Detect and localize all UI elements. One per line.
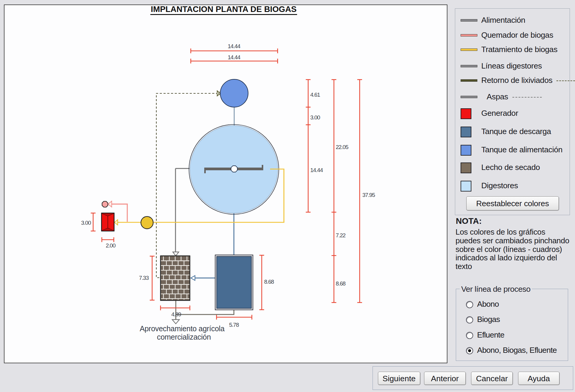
svg-text:5.78: 5.78 — [229, 322, 239, 328]
svg-text:Aprovechamiento agrícola: Aprovechamiento agrícola — [140, 324, 225, 333]
svg-text:3.00: 3.00 — [81, 220, 91, 226]
svg-text:7.33: 7.33 — [139, 275, 149, 281]
svg-text:4.61: 4.61 — [310, 92, 320, 98]
svg-text:8.68: 8.68 — [264, 279, 274, 285]
svg-text:14.44: 14.44 — [228, 43, 240, 49]
svg-text:8.68: 8.68 — [336, 280, 346, 287]
svg-text:comercialización: comercialización — [157, 333, 211, 341]
svg-text:14.44: 14.44 — [310, 167, 323, 173]
svg-text:7.22: 7.22 — [336, 232, 346, 238]
svg-text:37.95: 37.95 — [362, 192, 375, 198]
svg-text:14.44: 14.44 — [228, 54, 240, 60]
svg-text:4.89: 4.89 — [171, 311, 181, 317]
svg-text:3.00: 3.00 — [310, 114, 320, 121]
svg-text:2.00: 2.00 — [106, 242, 116, 249]
svg-text:22.05: 22.05 — [336, 144, 348, 150]
